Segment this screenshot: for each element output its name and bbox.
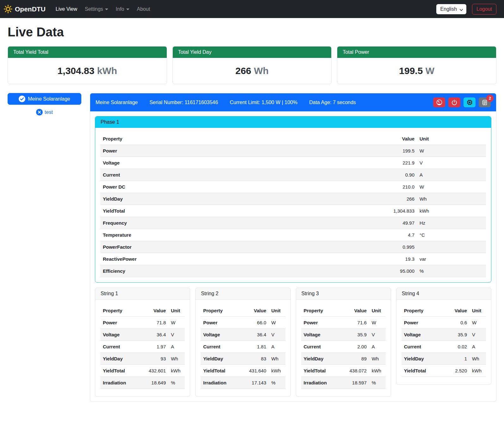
card-value-row: 1,304.83 kWh xyxy=(8,58,167,84)
table-row: Voltage221.9V xyxy=(100,157,486,169)
string-card-3: String 3PropertyValueUnitPower71.6WVolta… xyxy=(296,288,391,397)
page-title: Live Data xyxy=(8,25,496,39)
property-unit: % xyxy=(168,377,185,389)
column-header-value: Value xyxy=(341,305,369,317)
table-row: Current0.90A xyxy=(100,169,486,181)
table-row: Irradiation17.143% xyxy=(201,377,285,389)
card-unit: Wh xyxy=(254,65,269,76)
nav-item-settings[interactable]: Settings xyxy=(82,4,111,15)
property-name: Power xyxy=(100,145,378,157)
card-value-row: 199.5 W xyxy=(337,58,496,84)
nav-item-about[interactable]: About xyxy=(134,4,153,15)
summary-cards-row: Total Yield Total 1,304.83 kWh Total Yie… xyxy=(8,46,496,84)
cpu-icon xyxy=(466,99,473,106)
table-row: YieldDay93Wh xyxy=(100,353,185,365)
card-title: Total Yield Day xyxy=(173,47,332,58)
column-header-property: Property xyxy=(100,133,378,145)
table-row: Voltage36.4V xyxy=(100,329,185,341)
property-name: Voltage xyxy=(100,329,140,341)
property-name: Temperature xyxy=(100,229,378,241)
table-row: YieldTotal431.640kWh xyxy=(201,365,285,377)
table-row: Efficiency95.000% xyxy=(100,265,486,277)
property-unit: var xyxy=(417,253,486,265)
language-select[interactable]: English xyxy=(436,4,466,14)
property-unit: % xyxy=(369,377,386,389)
column-header-unit: Unit xyxy=(470,305,486,317)
total-yield-day-card: Total Yield Day 266 Wh xyxy=(172,46,332,84)
device-info-button[interactable] xyxy=(464,97,476,107)
property-value: 199.5 xyxy=(378,145,417,157)
property-unit: kWh xyxy=(470,365,486,377)
property-unit: % xyxy=(269,377,285,389)
brand[interactable]: OpenDTU xyxy=(4,5,46,13)
nav-links: Live View Settings Info About xyxy=(53,4,436,15)
table-row: Temperature4.7°C xyxy=(100,229,486,241)
logout-button[interactable]: Logout xyxy=(472,4,496,15)
inverter-actions: 2 xyxy=(433,97,491,107)
strings-row: String 1PropertyValueUnitPower71.8WVolta… xyxy=(95,288,491,397)
column-header-value: Value xyxy=(241,305,269,317)
property-value: 431.640 xyxy=(241,365,269,377)
table-header-row: PropertyValueUnit xyxy=(201,305,285,317)
table-header-row: PropertyValueUnit xyxy=(100,133,486,145)
event-log-button[interactable]: 2 xyxy=(479,97,491,107)
property-value: 83 xyxy=(241,353,269,365)
nav-item-live-view[interactable]: Live View xyxy=(53,4,80,15)
table-row: Current1.81A xyxy=(201,341,285,353)
property-name: Irradiation xyxy=(201,377,241,389)
inverter-name-label: Meine Solaranlage xyxy=(28,96,70,102)
property-name: Voltage xyxy=(301,329,341,341)
inverter-name: Meine Solaranlage xyxy=(96,100,138,105)
table-row: Voltage35.9V xyxy=(301,329,386,341)
property-value: 0.90 xyxy=(378,169,417,181)
table-row: Voltage36.4V xyxy=(201,329,285,341)
total-power-card: Total Power 199.5 W xyxy=(337,46,496,84)
inverter-selected-button[interactable]: Meine Solaranlage xyxy=(8,93,81,105)
phase-card: Phase 1 PropertyValueUnitPower199.5WVolt… xyxy=(95,116,491,283)
property-name: YieldTotal xyxy=(100,205,378,217)
table-row: Irradiation18.597% xyxy=(301,377,386,389)
card-title: Total Yield Total xyxy=(8,47,167,58)
column-header-unit: Unit xyxy=(369,305,386,317)
inverter-item-test[interactable]: test xyxy=(8,109,81,115)
property-name: YieldTotal xyxy=(301,365,341,377)
property-value: 2.520 xyxy=(442,365,470,377)
property-value: 71.8 xyxy=(140,317,168,329)
inverter-panel-header: Meine Solaranlage Serial Number: 1161716… xyxy=(90,93,496,111)
property-unit: A xyxy=(470,341,486,353)
live-data-row: Meine Solaranlage test Meine Solaranlage… xyxy=(8,93,496,410)
power-button[interactable] xyxy=(448,97,460,107)
x-circle-icon xyxy=(36,109,43,115)
nav-item-label: About xyxy=(137,6,150,12)
table-row: ReactivePower19.3var xyxy=(100,253,486,265)
table-row: YieldTotal2.520kWh xyxy=(401,365,486,377)
table-header-row: PropertyValueUnit xyxy=(301,305,386,317)
property-name: YieldTotal xyxy=(401,365,442,377)
property-value: 221.9 xyxy=(378,157,417,169)
property-value: 17.143 xyxy=(241,377,269,389)
table-row: Current2.00A xyxy=(301,341,386,353)
property-value: 93 xyxy=(140,353,168,365)
string-card-title: String 1 xyxy=(95,288,190,300)
property-name: Current xyxy=(100,341,140,353)
property-name: PowerFactor xyxy=(100,241,378,253)
total-yield-total-card: Total Yield Total 1,304.83 kWh xyxy=(8,46,167,84)
property-value: 0.6 xyxy=(442,317,470,329)
nav-item-label: Settings xyxy=(85,6,103,12)
property-unit: Wh xyxy=(470,353,486,365)
property-unit: V xyxy=(369,329,386,341)
property-unit: W xyxy=(417,181,486,193)
property-name: Current xyxy=(100,169,378,181)
table-row: Power199.5W xyxy=(100,145,486,157)
property-name: YieldDay xyxy=(201,353,241,365)
property-name: Current xyxy=(201,341,241,353)
property-unit: V xyxy=(269,329,285,341)
nav-item-info[interactable]: Info xyxy=(113,4,133,15)
table-row: Power71.8W xyxy=(100,317,185,329)
string-card-body: PropertyValueUnitPower71.6WVoltage35.9VC… xyxy=(296,300,391,396)
limit-settings-button[interactable] xyxy=(433,97,445,107)
check-circle-icon xyxy=(19,96,25,102)
table-row: YieldTotal1,304.833kWh xyxy=(100,205,486,217)
property-name: Power xyxy=(301,317,341,329)
property-value: 438.072 xyxy=(341,365,369,377)
